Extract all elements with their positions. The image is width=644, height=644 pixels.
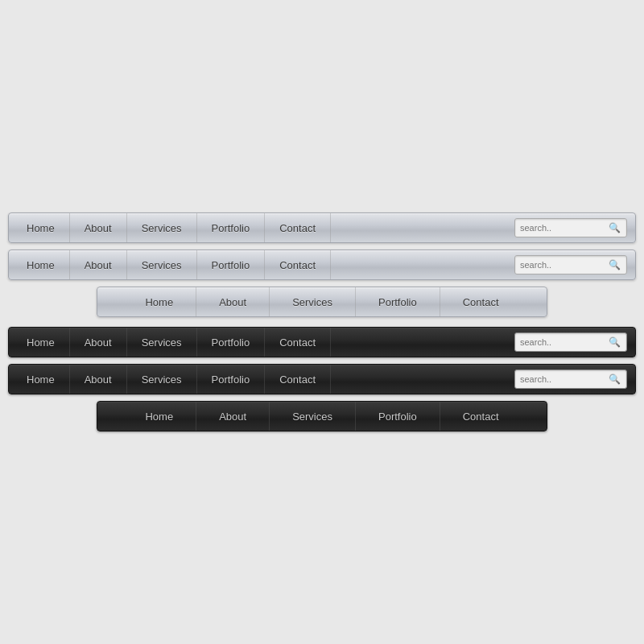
search-input-dark-2[interactable]	[520, 374, 609, 384]
nav-about-center-light[interactable]: About	[196, 287, 270, 316]
navbar-light-1: Home About Services Portfolio Contact 🔍	[8, 213, 636, 243]
nav-home-1[interactable]: Home	[12, 213, 70, 242]
nav-contact-center-light[interactable]: Contact	[440, 287, 522, 316]
navbar-dark-center: Home About Services Portfolio Contact	[97, 401, 547, 431]
nav-services-dark-2[interactable]: Services	[127, 365, 197, 394]
light-navbar-group: Home About Services Portfolio Contact 🔍 …	[8, 213, 636, 317]
search-box-1: 🔍	[514, 218, 627, 237]
navbar-dark-1: Home About Services Portfolio Contact 🔍	[8, 327, 636, 357]
search-box-dark-1: 🔍	[514, 332, 627, 352]
search-input-1[interactable]	[520, 223, 609, 233]
nav-services-1[interactable]: Services	[127, 213, 197, 242]
nav-home-2[interactable]: Home	[12, 250, 70, 279]
search-input-2[interactable]	[520, 260, 609, 270]
nav-about-center-dark[interactable]: About	[196, 402, 270, 431]
search-icon-dark-2[interactable]: 🔍	[609, 374, 621, 385]
search-icon-dark-1[interactable]: 🔍	[609, 336, 621, 348]
nav-home-dark-2[interactable]: Home	[12, 365, 70, 394]
nav-portfolio-2[interactable]: Portfolio	[197, 250, 266, 279]
search-icon-1[interactable]: 🔍	[609, 222, 621, 233]
nav-services-center-light[interactable]: Services	[270, 287, 356, 316]
nav-contact-2[interactable]: Contact	[265, 250, 331, 279]
nav-about-dark-2[interactable]: About	[70, 365, 127, 394]
navbar-light-center: Home About Services Portfolio Contact	[97, 287, 547, 317]
nav-contact-dark-2[interactable]: Contact	[265, 365, 331, 394]
search-box-2: 🔍	[514, 255, 627, 275]
search-icon-2[interactable]: 🔍	[609, 259, 621, 270]
nav-contact-center-dark[interactable]: Contact	[440, 402, 522, 431]
nav-services-dark-1[interactable]: Services	[127, 328, 197, 357]
nav-portfolio-dark-1[interactable]: Portfolio	[197, 328, 266, 357]
nav-about-dark-1[interactable]: About	[70, 328, 127, 357]
nav-portfolio-dark-2[interactable]: Portfolio	[197, 365, 266, 394]
nav-about-1[interactable]: About	[70, 213, 127, 242]
nav-portfolio-center-dark[interactable]: Portfolio	[356, 402, 440, 431]
nav-contact-1[interactable]: Contact	[265, 213, 331, 242]
nav-home-center-dark[interactable]: Home	[122, 402, 196, 431]
navbar-dark-2: Home About Services Portfolio Contact 🔍	[8, 364, 636, 394]
search-box-dark-2: 🔍	[514, 369, 627, 389]
nav-portfolio-center-light[interactable]: Portfolio	[356, 287, 440, 316]
nav-services-2[interactable]: Services	[127, 250, 197, 279]
nav-services-center-dark[interactable]: Services	[270, 402, 356, 431]
nav-contact-dark-1[interactable]: Contact	[265, 328, 331, 357]
navbar-light-2: Home About Services Portfolio Contact 🔍	[8, 250, 636, 280]
dark-navbar-group: Home About Services Portfolio Contact 🔍 …	[8, 327, 636, 431]
nav-portfolio-1[interactable]: Portfolio	[197, 213, 266, 242]
search-input-dark-1[interactable]	[520, 337, 609, 347]
nav-home-dark-1[interactable]: Home	[12, 328, 70, 357]
nav-about-2[interactable]: About	[70, 250, 127, 279]
nav-home-center-light[interactable]: Home	[122, 287, 196, 316]
